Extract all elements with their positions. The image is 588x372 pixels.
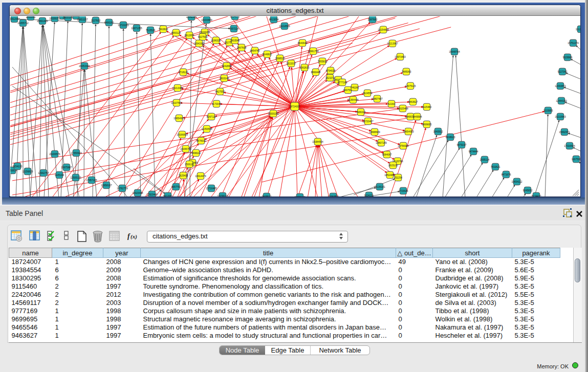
svg-text:1640912: 1640912 (433, 130, 443, 133)
svg-text:4170046: 4170046 (212, 103, 222, 105)
svg-text:7663822: 7663822 (159, 28, 168, 31)
svg-text:10719155: 10719155 (118, 24, 129, 27)
svg-text:17016504: 17016504 (564, 145, 575, 147)
svg-text:10958107: 10958107 (101, 184, 112, 187)
svg-text:9777169: 9777169 (338, 81, 347, 84)
svg-text:7357224: 7357224 (229, 28, 239, 30)
svg-text:19654923: 19654923 (403, 130, 414, 133)
svg-text:1903546: 1903546 (230, 39, 240, 42)
svg-text:12213967: 12213967 (387, 42, 398, 45)
svg-text:8912954: 8912954 (185, 34, 194, 37)
svg-text:9463627: 9463627 (408, 101, 418, 103)
svg-text:15751074: 15751074 (568, 42, 579, 45)
svg-text:8990448: 8990448 (311, 71, 321, 74)
svg-text:18724007: 18724007 (289, 105, 300, 108)
svg-text:9657791: 9657791 (171, 186, 181, 188)
svg-text:1167530: 1167530 (572, 158, 580, 161)
svg-text:18807249: 18807249 (376, 142, 387, 144)
svg-text:11123345: 11123345 (576, 28, 580, 31)
svg-text:16648764: 16648764 (449, 51, 460, 53)
svg-text:15720407: 15720407 (362, 120, 374, 123)
svg-text:1733426: 1733426 (399, 190, 408, 192)
svg-text:16154838: 16154838 (378, 29, 389, 31)
svg-text:9327503: 9327503 (198, 36, 208, 38)
svg-text:10238123: 10238123 (217, 195, 228, 196)
svg-text:19384554: 19384554 (312, 141, 323, 143)
svg-text:12975115: 12975115 (405, 85, 416, 87)
svg-text:9115460: 9115460 (422, 106, 432, 108)
svg-text:9474444: 9474444 (469, 150, 478, 153)
svg-text:18300295: 18300295 (268, 113, 279, 115)
svg-text:11156829: 11156829 (23, 170, 33, 173)
svg-text:746266: 746266 (351, 86, 359, 89)
svg-text:9245652: 9245652 (523, 189, 533, 192)
svg-text:10653257: 10653257 (77, 18, 88, 21)
svg-text:8678332: 8678332 (197, 140, 206, 142)
svg-text:8134420: 8134420 (532, 195, 541, 196)
svg-text:9845512: 9845512 (262, 195, 272, 196)
svg-text:3215955: 3215955 (543, 110, 553, 112)
svg-text:1849584: 1849584 (412, 116, 422, 118)
svg-text:10654112: 10654112 (512, 181, 522, 183)
svg-text:12505135: 12505135 (70, 177, 81, 179)
svg-text:10973493: 10973493 (395, 56, 406, 58)
svg-text:18312054: 18312054 (10, 18, 20, 20)
svg-text:9146821: 9146821 (263, 53, 272, 56)
svg-text:15136141: 15136141 (374, 186, 385, 188)
svg-text:2087682: 2087682 (368, 18, 378, 21)
svg-text:8427552: 8427552 (215, 91, 225, 93)
svg-text:16671355: 16671355 (131, 27, 142, 30)
svg-text:8640910: 8640910 (298, 42, 308, 45)
svg-text:3624554: 3624554 (363, 92, 373, 95)
svg-text:2867608: 2867608 (237, 47, 247, 49)
svg-text:9242848: 9242848 (222, 65, 232, 68)
svg-text:10025488: 10025488 (397, 107, 408, 110)
svg-text:9034211: 9034211 (364, 194, 374, 196)
svg-text:2803144: 2803144 (220, 77, 229, 80)
svg-text:9912061: 9912061 (163, 195, 173, 196)
svg-text:20206576: 20206576 (49, 153, 60, 156)
svg-text:17957225: 17957225 (86, 179, 97, 182)
svg-text:1145194: 1145194 (55, 174, 64, 177)
svg-text:16210643: 16210643 (555, 116, 566, 118)
svg-text:15716485: 15716485 (206, 187, 217, 190)
svg-text:8186328: 8186328 (211, 39, 221, 42)
svg-text:9084067: 9084067 (382, 154, 392, 156)
svg-text:19218506: 19218506 (279, 25, 290, 28)
svg-text:8267110: 8267110 (207, 116, 216, 118)
svg-text:12093872: 12093872 (555, 85, 566, 87)
svg-text:17359924: 17359924 (71, 152, 82, 155)
svg-text:16543362: 16543362 (193, 42, 205, 45)
svg-text:20053346: 20053346 (79, 65, 90, 68)
svg-text:11923448: 11923448 (133, 192, 143, 194)
svg-text:1615132: 1615132 (388, 164, 398, 167)
svg-text:14055712: 14055712 (17, 22, 29, 25)
svg-text:1362615: 1362615 (300, 67, 310, 69)
svg-text:6466160: 6466160 (104, 21, 114, 24)
svg-text:8471676: 8471676 (502, 173, 511, 176)
svg-text:15692971: 15692971 (559, 131, 570, 134)
svg-text:11542209: 11542209 (186, 16, 197, 18)
svg-text:19166829: 19166829 (177, 134, 188, 136)
svg-text:16782759: 16782759 (117, 187, 128, 190)
svg-text:7625402: 7625402 (179, 174, 188, 177)
svg-text:12923449: 12923449 (146, 193, 158, 196)
svg-text:9154133: 9154133 (13, 165, 23, 168)
svg-text:7986322: 7986322 (356, 111, 366, 114)
svg-text:8834176: 8834176 (230, 16, 240, 18)
svg-text:16914479: 16914479 (195, 175, 206, 178)
svg-text:8660124: 8660124 (171, 32, 181, 34)
svg-text:9227342: 9227342 (558, 71, 568, 73)
svg-text:9899695: 9899695 (422, 123, 432, 126)
svg-text:2718126: 2718126 (179, 71, 188, 74)
svg-text:6794028: 6794028 (326, 70, 336, 72)
svg-text:11353594: 11353594 (202, 128, 212, 130)
svg-text:10107554: 10107554 (171, 102, 182, 104)
svg-text:11220443: 11220443 (295, 196, 306, 196)
svg-text:10807487: 10807487 (372, 98, 383, 100)
svg-text:7515526: 7515526 (146, 29, 156, 32)
svg-text:(x): (x) (130, 233, 137, 240)
svg-text:10961758: 10961758 (308, 50, 319, 53)
svg-text:2093341: 2093341 (26, 16, 36, 18)
svg-text:1588520: 1588520 (275, 57, 285, 60)
